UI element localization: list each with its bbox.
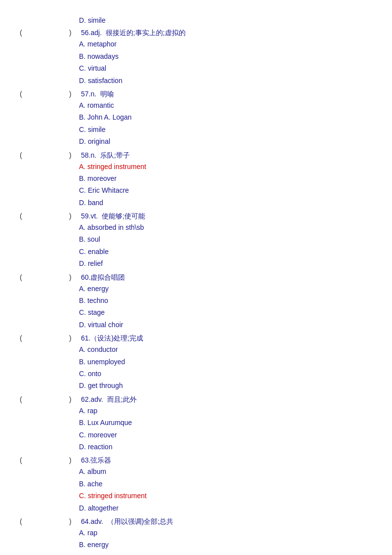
- questions-root: ( )56.adj. 很接近的;事实上的;虚拟的A. metaphorB. no…: [20, 29, 372, 550]
- option-q62-d[interactable]: D. reaction: [79, 441, 372, 452]
- option-q60-a[interactable]: A. energy: [79, 283, 372, 294]
- option-q63-d[interactable]: D. altogether: [79, 503, 372, 513]
- option-q59-b[interactable]: B. soul: [79, 234, 372, 245]
- answer-blank[interactable]: [30, 151, 69, 159]
- question-text-q64: 64.adv. （用以强调)全部;总共: [81, 517, 173, 526]
- option-q60-b[interactable]: B. techno: [79, 295, 372, 306]
- right-paren: ): [69, 395, 79, 403]
- answer-blank[interactable]: [30, 212, 69, 220]
- left-bracket: (: [20, 456, 30, 464]
- question-line-q61: ( )61.（设法)处理;完成: [20, 334, 372, 343]
- question-line-q62: ( )62.adv. 而且;此外: [20, 395, 372, 404]
- options-q61: A. conductorB. unemployedC. ontoD. get t…: [79, 344, 372, 391]
- option-q60-d[interactable]: D. virtual choir: [79, 319, 372, 330]
- option-q58-a[interactable]: A. stringed instrument: [79, 161, 372, 172]
- option-q57-a[interactable]: A. romantic: [79, 100, 372, 111]
- question-line-q63: ( )63.弦乐器: [20, 456, 372, 465]
- options-q63: A. albumB. acheC. stringed instrumentD. …: [79, 466, 372, 513]
- answer-blank[interactable]: [30, 29, 69, 37]
- right-paren: ): [69, 29, 79, 37]
- option-q61-b[interactable]: B. unemployed: [79, 356, 372, 367]
- options-q62: A. rapB. Lux AurumqueC. moreoverD. react…: [79, 405, 372, 453]
- options-q60: A. energyB. technoC. stageD. virtual cho…: [79, 283, 372, 331]
- left-bracket: (: [20, 517, 30, 525]
- option-q56-d[interactable]: D. satisfaction: [79, 75, 372, 86]
- option-q58-d[interactable]: D. band: [79, 197, 372, 208]
- answer-blank[interactable]: [30, 395, 69, 403]
- option-q57-b[interactable]: B. John A. Logan: [79, 112, 372, 123]
- top-option-d: D. simile: [79, 15, 372, 26]
- options-q64: A. rapB. energy: [79, 527, 372, 551]
- right-paren: ): [69, 517, 79, 525]
- question-line-q57: ( )57.n. 明喻: [20, 90, 372, 99]
- option-q58-c[interactable]: C. Eric Whitacre: [79, 185, 372, 196]
- answer-blank[interactable]: [30, 334, 69, 342]
- options-q59: A. absorbed in sth\sbB. soulC. enableD. …: [79, 222, 372, 269]
- question-line-q59: ( )59.vt. 使能够;使可能: [20, 212, 372, 221]
- right-paren: ): [69, 334, 79, 342]
- option-q57-c[interactable]: C. simile: [79, 124, 372, 135]
- option-q63-a[interactable]: A. album: [79, 466, 372, 477]
- left-bracket: (: [20, 334, 30, 342]
- left-bracket: (: [20, 273, 30, 281]
- left-bracket: (: [20, 90, 30, 98]
- question-block-q56: ( )56.adj. 很接近的;事实上的;虚拟的A. metaphorB. no…: [20, 29, 372, 86]
- right-paren: ): [69, 90, 79, 98]
- options-q56: A. metaphorB. nowadaysC. virtualD. satis…: [79, 39, 372, 86]
- right-paren: ): [69, 273, 79, 281]
- option-q64-a[interactable]: A. rap: [79, 527, 372, 538]
- question-text-q63: 63.弦乐器: [81, 456, 111, 465]
- question-text-q57: 57.n. 明喻: [81, 90, 114, 99]
- option-q64-b[interactable]: B. energy: [79, 539, 372, 550]
- option-q62-c[interactable]: C. moreover: [79, 429, 372, 440]
- question-text-q62: 62.adv. 而且;此外: [81, 395, 137, 404]
- answer-blank[interactable]: [30, 517, 69, 525]
- right-paren: ): [69, 212, 79, 220]
- option-q63-b[interactable]: B. ache: [79, 478, 372, 489]
- option-q62-b[interactable]: B. Lux Aurumque: [79, 417, 372, 428]
- question-text-q59: 59.vt. 使能够;使可能: [81, 212, 145, 221]
- option-q59-a[interactable]: A. absorbed in sth\sb: [79, 222, 372, 233]
- question-line-q64: ( )64.adv. （用以强调)全部;总共: [20, 517, 372, 526]
- question-text-q58: 58.n. 乐队;带子: [81, 151, 130, 160]
- question-text-q56: 56.adj. 很接近的;事实上的;虚拟的: [81, 29, 186, 38]
- option-q56-b[interactable]: B. nowadays: [79, 51, 372, 62]
- left-bracket: (: [20, 151, 30, 159]
- left-bracket: (: [20, 29, 30, 37]
- question-text-q61: 61.（设法)处理;完成: [81, 334, 143, 343]
- question-text-q60: 60.虚拟合唱团: [81, 273, 125, 282]
- option-q59-d[interactable]: D. relief: [79, 258, 372, 269]
- question-block-q62: ( )62.adv. 而且;此外A. rapB. Lux AurumqueC. …: [20, 395, 372, 453]
- option-q61-a[interactable]: A. conductor: [79, 344, 372, 355]
- question-block-q61: ( )61.（设法)处理;完成A. conductorB. unemployed…: [20, 334, 372, 391]
- answer-blank[interactable]: [30, 273, 69, 281]
- question-block-q57: ( )57.n. 明喻A. romanticB. John A. LoganC.…: [20, 90, 372, 147]
- question-block-q58: ( )58.n. 乐队;带子A. stringed instrumentB. m…: [20, 151, 372, 209]
- quiz-container: D. simile ( )56.adj. 很接近的;事实上的;虚拟的A. met…: [0, 10, 392, 555]
- question-line-q58: ( )58.n. 乐队;带子: [20, 151, 372, 160]
- options-q57: A. romanticB. John A. LoganC. simileD. o…: [79, 100, 372, 147]
- question-block-q60: ( )60.虚拟合唱团A. energyB. technoC. stageD. …: [20, 273, 372, 331]
- option-q61-c[interactable]: C. onto: [79, 368, 372, 379]
- answer-blank[interactable]: [30, 456, 69, 464]
- option-q58-b[interactable]: B. moreover: [79, 173, 372, 184]
- question-block-q64: ( )64.adv. （用以强调)全部;总共A. rapB. energy: [20, 517, 372, 551]
- question-line-q60: ( )60.虚拟合唱团: [20, 273, 372, 282]
- right-paren: ): [69, 456, 79, 464]
- left-bracket: (: [20, 395, 30, 403]
- question-line-q56: ( )56.adj. 很接近的;事实上的;虚拟的: [20, 29, 372, 38]
- question-block-q59: ( )59.vt. 使能够;使可能A. absorbed in sth\sbB.…: [20, 212, 372, 269]
- option-q61-d[interactable]: D. get through: [79, 380, 372, 391]
- answer-blank[interactable]: [30, 90, 69, 98]
- option-q62-a[interactable]: A. rap: [79, 405, 372, 416]
- right-paren: ): [69, 151, 79, 159]
- left-bracket: (: [20, 212, 30, 220]
- option-q60-c[interactable]: C. stage: [79, 307, 372, 318]
- question-block-q63: ( )63.弦乐器A. albumB. acheC. stringed inst…: [20, 456, 372, 513]
- option-q56-a[interactable]: A. metaphor: [79, 39, 372, 49]
- option-q57-d[interactable]: D. original: [79, 136, 372, 147]
- options-q58: A. stringed instrumentB. moreoverC. Eric…: [79, 161, 372, 209]
- option-q59-c[interactable]: C. enable: [79, 246, 372, 257]
- option-q56-c[interactable]: C. virtual: [79, 63, 372, 74]
- option-q63-c[interactable]: C. stringed instrument: [79, 490, 372, 501]
